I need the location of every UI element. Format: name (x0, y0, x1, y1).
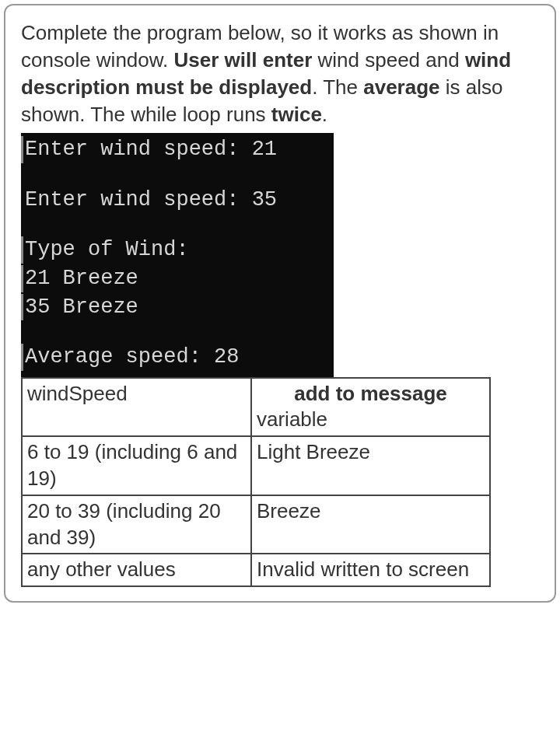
console-output: Enter wind speed: 21 Enter wind speed: 3… (21, 133, 334, 376)
console-blank-3 (21, 322, 331, 344)
header-msg-rest: variable (257, 407, 485, 433)
console-line-6: Average speed: 28 (21, 344, 331, 371)
table-row: 20 to 39 (including 20 and 39) Breeze (22, 495, 490, 554)
table-row: 6 to 19 (including 6 and 19) Light Breez… (22, 436, 490, 495)
msg-cell-3: Invalid written to screen (251, 554, 490, 586)
range-cell-2: 20 to 39 (including 20 and 39) (22, 495, 251, 554)
range-cell-1: 6 to 19 (including 6 and 19) (22, 436, 251, 495)
instr-part3: . The (312, 75, 363, 99)
console-line-5: 35 Breeze (21, 294, 331, 321)
instr-bold4: twice (271, 103, 322, 126)
table-header-row: windSpeed add to message variable (22, 378, 490, 437)
console-line-4: 21 Breeze (21, 265, 331, 292)
header-msg-bold: add to message (294, 382, 447, 405)
question-card: Complete the program below, so it works … (4, 4, 556, 603)
instr-part5: . (322, 103, 327, 126)
header-message: add to message variable (251, 378, 490, 437)
instr-bold3: average (363, 75, 439, 99)
console-blank-1 (21, 165, 331, 187)
wind-classification-table: windSpeed add to message variable 6 to 1… (21, 377, 491, 588)
instr-part2: wind speed and (312, 48, 465, 72)
msg-cell-1: Light Breeze (251, 436, 490, 495)
table-row: any other values Invalid written to scre… (22, 554, 490, 586)
console-blank-2 (21, 215, 331, 236)
console-line-2: Enter wind speed: 35 (21, 187, 331, 214)
header-windspeed: windSpeed (22, 378, 251, 437)
instruction-text: Complete the program below, so it works … (21, 19, 539, 128)
console-line-1: Enter wind speed: 21 (21, 136, 331, 163)
instr-bold1: User will enter (174, 48, 313, 72)
console-line-3: Type of Wind: (21, 236, 331, 264)
range-cell-3: any other values (22, 554, 251, 586)
msg-cell-2: Breeze (251, 495, 490, 554)
